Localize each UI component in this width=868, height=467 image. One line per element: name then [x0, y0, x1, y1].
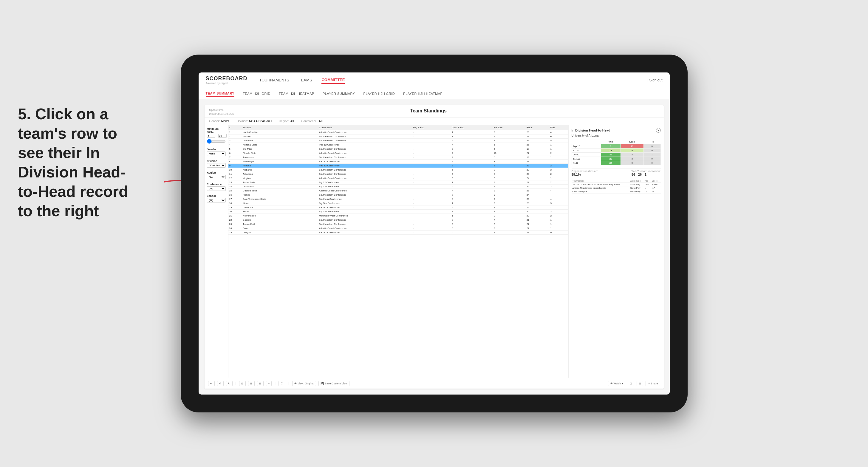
bottom-toolbar: ↩ ↺ ↻ | ⊡ ⊞ ⊟ + | ⏱ | 👁 View: Original 💾… [205, 378, 664, 388]
h2h-row-51-100[interactable]: 51-100 20 3 0 [571, 157, 660, 161]
watch-button[interactable]: 👁 Watch ▾ [608, 381, 625, 386]
max-rounds-input[interactable] [218, 134, 227, 138]
table-row[interactable]: 16 Florida Southeastern Conference - 7 9… [228, 193, 568, 197]
table-row[interactable]: 22 Georgia Southeastern Conference - 8 7… [228, 218, 568, 222]
h2h-range-100plus: >100 [571, 161, 601, 165]
h2h-panel-header: In Division Head-to-Head ✕ [571, 128, 661, 133]
cell-conference: Southeastern Conference [318, 155, 412, 160]
subnav-player-summary[interactable]: PLAYER SUMMARY [322, 91, 355, 97]
subnav-team-h2h-heatmap[interactable]: TEAM H2H HEATMAP [279, 91, 314, 97]
table-row[interactable]: 4 Arizona State Pac-12 Conference - 4 6 … [228, 143, 568, 147]
time-button[interactable]: ⏱ [279, 381, 285, 386]
cell-reg: - [412, 218, 451, 222]
nav-teams[interactable]: TEAMS [299, 76, 312, 84]
tournament-row[interactable]: Jackson T. Stephens Cup Men's Match-Play… [571, 183, 661, 186]
table-row[interactable]: 7 Tennessee Southeastern Conference - 4 … [228, 155, 568, 160]
cell-tour: 9 [493, 197, 526, 201]
cell-win: 4 [550, 189, 568, 193]
table-row[interactable]: 8 Washington Pac-12 Conference - 2 8 23 … [228, 160, 568, 164]
table-row[interactable]: 21 New Mexico Mountain West Conference -… [228, 214, 568, 218]
h2h-tie-2650: 1 [644, 153, 660, 157]
h2h-table: Win Loss Tie Top 10 3 13 0 [571, 139, 661, 165]
table-row[interactable]: 14 Oklahoma Big 12 Conference - 5 9 24 2 [228, 185, 568, 189]
undo-button[interactable]: ↩ [208, 381, 215, 386]
subnav-team-summary[interactable]: TEAM SUMMARY [206, 90, 235, 97]
gender-select[interactable]: Men's [207, 152, 226, 156]
table-row[interactable]: 12 Virginia Atlantic Coast Conference - … [228, 176, 568, 180]
collapse-button[interactable]: ⊟ [257, 381, 264, 386]
table-row[interactable]: 19 California Pac-12 Conference - 4 8 24… [228, 206, 568, 210]
table-row[interactable]: 1 North Carolina Atlantic Coast Conferen… [228, 130, 568, 134]
subnav-player-h2h-grid[interactable]: PLAYER H2H GRID [364, 91, 395, 97]
cell-conference: Atlantic Coast Conference [318, 189, 412, 193]
layout-button[interactable]: ⊠ [637, 381, 643, 386]
h2h-row-100plus[interactable]: >100 27 0 0 [571, 161, 660, 165]
table-row[interactable]: 20 Texas Big 12 Conference - 3 7 20 2 [228, 210, 568, 214]
cell-tour: 9 [493, 214, 526, 218]
school-group: School (All) [207, 194, 226, 203]
cell-win: 2 [550, 206, 568, 210]
cell-tour: 8 [493, 189, 526, 193]
table-row[interactable]: 2 Auburn Southeastern Conference - 1 9 2… [228, 134, 568, 139]
t-col-tournament: Tournament [571, 179, 629, 183]
view-original-button[interactable]: 👁 View: Original [292, 381, 316, 386]
table-row[interactable]: 15 Georgia Tech Atlantic Coast Conferenc… [228, 189, 568, 193]
h2h-tie-1125: 0 [644, 149, 660, 153]
cell-tour: 8 [493, 160, 526, 164]
h2h-row-26-50[interactable]: 26-50 25 2 1 [571, 153, 660, 157]
h2h-row-top10[interactable]: Top 10 3 13 0 [571, 144, 660, 149]
cell-reg: - [412, 130, 451, 134]
nav-tournaments[interactable]: TOURNAMENTS [259, 76, 289, 84]
subnav-player-h2h-heatmap[interactable]: PLAYER H2H HEATMAP [403, 91, 442, 97]
redo-forward-button[interactable]: ↻ [226, 381, 232, 386]
sign-out-button[interactable]: | Sign out [647, 78, 662, 82]
rounds-slider[interactable] [207, 139, 226, 144]
table-row[interactable]: 9 Arizona Pac-12 Conference - 8 8 23 2 [228, 164, 568, 168]
cell-reg: - [412, 180, 451, 185]
expand-button[interactable]: ⊞ [248, 381, 255, 386]
close-button[interactable]: ✕ [656, 128, 661, 133]
redo-back-button[interactable]: ↺ [217, 381, 224, 386]
division-select[interactable]: NCAA Division I [207, 163, 226, 167]
table-row[interactable]: 5 Ole Miss Southeastern Conference - 3 6… [228, 147, 568, 151]
grid-button[interactable]: ⊡ [239, 381, 246, 386]
cell-rnds: 24 [526, 193, 549, 197]
col-school: School [242, 125, 318, 130]
table-row[interactable]: 6 Florida State Atlantic Coast Conferenc… [228, 151, 568, 155]
table-row[interactable]: 11 Arkansas Southeastern Conference - 6 … [228, 172, 568, 176]
grid-view-button[interactable]: ⊡ [628, 381, 634, 386]
table-row[interactable]: 25 Oregon Pac-12 Conference - 5 7 21 0 [228, 230, 568, 235]
t-name-3: Cabo Collegiate [571, 190, 629, 193]
tournament-row[interactable]: Arizona Thunderbirds Intercollegiate Str… [571, 186, 661, 190]
save-custom-view-button[interactable]: 💾 Save Custom View [318, 381, 349, 386]
min-rounds-input[interactable] [207, 134, 215, 138]
cell-school: Alabama [242, 168, 318, 172]
table-row[interactable]: 23 Texas A&M Southeastern Conference - 9… [228, 222, 568, 226]
cell-win: 2 [550, 185, 568, 189]
panel-filters: Gender: Men's Division: NCAA Division I … [205, 118, 664, 125]
add-button[interactable]: + [266, 381, 272, 386]
cell-conference: Southeastern Conference [318, 222, 412, 226]
table-row[interactable]: 3 Vanderbilt Southeastern Conference - 2… [228, 139, 568, 143]
region-select[interactable]: N/A [207, 175, 226, 179]
table-row[interactable]: 10 Alabama Southeastern Conference - 5 8… [228, 168, 568, 172]
cell-school: Arkansas [242, 172, 318, 176]
table-row[interactable]: 17 East Tennessee State Southern Confere… [228, 197, 568, 201]
cell-reg: - [412, 134, 451, 139]
table-row[interactable]: 24 Duke Atlantic Coast Conference - 5 9 … [228, 226, 568, 230]
tournament-row[interactable]: Cabo Collegiate Stroke Play 11 17 [571, 190, 661, 193]
conference-select[interactable]: (All) [207, 186, 226, 191]
cell-reg: - [412, 147, 451, 151]
nav-committee[interactable]: COMMITTEE [321, 76, 345, 84]
cell-school: California [242, 206, 318, 210]
cell-school: Florida [242, 193, 318, 197]
cell-tour: 8 [493, 139, 526, 143]
subnav-team-h2h-grid[interactable]: TEAM H2H GRID [243, 91, 271, 97]
t-score-1: 2-3-0 1 [651, 183, 661, 186]
h2h-row-11-25[interactable]: 11-25 11 8 0 [571, 149, 660, 153]
table-row[interactable]: 18 Illinois Big Ten Conference - 1 9 26 … [228, 201, 568, 206]
share-button[interactable]: ↗ Share [646, 381, 660, 386]
school-select[interactable]: (All) [207, 198, 226, 203]
cell-rank: 19 [228, 206, 242, 210]
table-row[interactable]: 13 Texas Tech Big 12 Conference - 1 9 27… [228, 180, 568, 185]
